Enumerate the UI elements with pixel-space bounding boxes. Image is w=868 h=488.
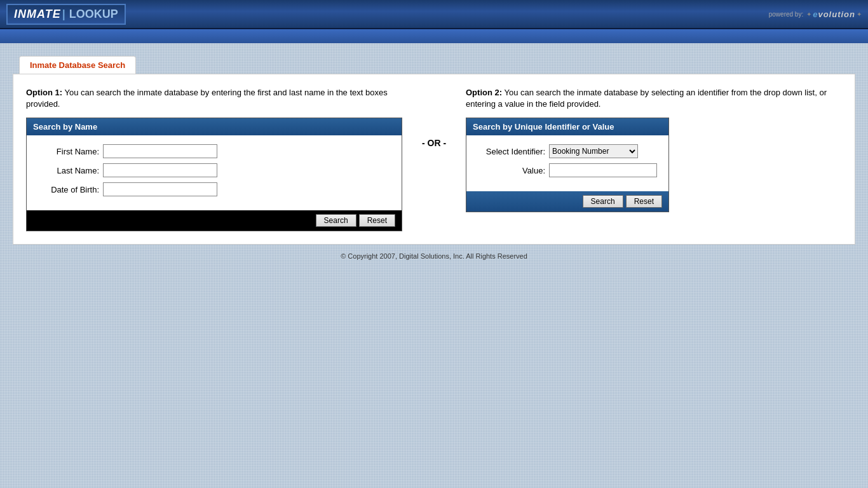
search-by-name-box: Search by Name First Name: Last Name: Da… — [26, 118, 402, 231]
first-name-row: First Name: — [33, 144, 395, 158]
page-footer: © Copyright 2007, Digital Solutions, Inc… — [13, 245, 855, 268]
identifier-footer: Search Reset — [466, 191, 668, 212]
value-input[interactable] — [549, 163, 657, 177]
option2-column: Option 2: You can search the inmate data… — [466, 87, 842, 212]
option1-description: Option 1: You can search the inmate data… — [26, 87, 402, 110]
evolution-icon: ✦ — [806, 11, 811, 18]
select-identifier-row: Select Identifier: Booking Number SID Nu… — [473, 144, 662, 158]
evolution-text: evolution — [813, 10, 855, 19]
option1-column: Option 1: You can search the inmate data… — [26, 87, 402, 231]
logo-pipe: | — [62, 8, 65, 21]
identifier-body: Select Identifier: Booking Number SID Nu… — [466, 135, 668, 191]
identifier-search-button[interactable]: Search — [583, 195, 623, 208]
dob-label: Date of Birth: — [33, 185, 103, 194]
identifier-header: Search by Unique Identifier or Value — [466, 118, 668, 135]
name-reset-button[interactable]: Reset — [359, 214, 395, 227]
value-row: Value: — [473, 163, 662, 177]
logo-container: INMATE | LOOKUP — [6, 4, 126, 25]
powered-by-container: powered by: ✦ evolution ✦ — [769, 10, 862, 19]
first-name-label: First Name: — [33, 147, 103, 156]
dob-row: Date of Birth: — [33, 182, 395, 196]
search-by-name-footer: Search Reset — [27, 210, 402, 231]
search-by-identifier-box: Search by Unique Identifier or Value Sel… — [466, 118, 669, 212]
or-divider: - OR - — [402, 87, 466, 148]
first-name-input[interactable] — [103, 144, 217, 158]
main-panel: Option 1: You can search the inmate data… — [13, 74, 855, 245]
nav-bar — [0, 29, 868, 43]
search-by-name-body: First Name: Last Name: Date of Birth: — [27, 135, 402, 210]
options-layout: Option 1: You can search the inmate data… — [26, 87, 842, 231]
dob-input[interactable] — [103, 182, 217, 196]
copyright-text: © Copyright 2007, Digital Solutions, Inc… — [341, 252, 527, 260]
option2-description: Option 2: You can search the inmate data… — [466, 87, 842, 110]
content-area: Inmate Database Search Option 1: You can… — [0, 43, 868, 274]
last-name-label: Last Name: — [33, 166, 103, 175]
tab-inmate-database-search[interactable]: Inmate Database Search — [19, 56, 136, 74]
powered-by-label: powered by: — [769, 11, 803, 18]
evolution-icon-right: ✦ — [857, 11, 862, 18]
select-identifier-label: Select Identifier: — [473, 147, 549, 156]
logo-lookup-text: LOOKUP — [69, 8, 118, 21]
value-label: Value: — [473, 166, 549, 175]
name-search-button[interactable]: Search — [316, 214, 356, 227]
header: INMATE | LOOKUP powered by: ✦ evolution … — [0, 0, 868, 29]
evolution-logo-container: ✦ evolution ✦ — [806, 10, 862, 19]
last-name-row: Last Name: — [33, 163, 395, 177]
logo-box: INMATE | LOOKUP — [6, 4, 126, 25]
identifier-reset-button[interactable]: Reset — [626, 195, 662, 208]
last-name-input[interactable] — [103, 163, 217, 177]
identifier-select[interactable]: Booking Number SID Number SSN OCA Number — [549, 144, 638, 158]
logo-inmate-text: INMATE — [14, 8, 61, 21]
tab-container: Inmate Database Search — [13, 56, 855, 74]
search-by-name-header: Search by Name — [27, 118, 402, 135]
